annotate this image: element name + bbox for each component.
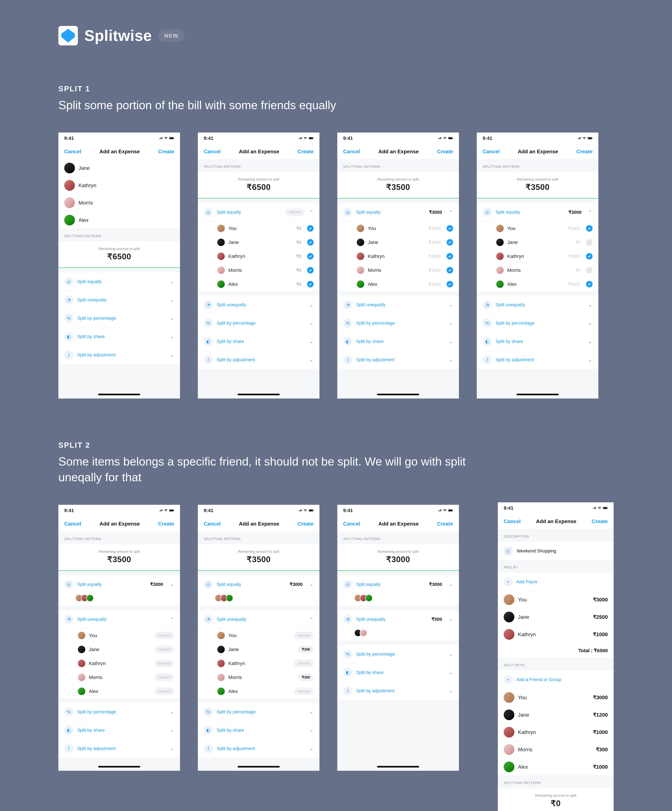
split-share-row[interactable]: ◐Split by share⌄ [198,333,319,351]
cancel-button[interactable]: Cancel [483,149,500,154]
create-button[interactable]: Create [592,518,608,524]
cancel-button[interactable]: Cancel [64,521,81,527]
section1-desc: Split some portion of the bill with some… [58,97,480,113]
cart-icon: 🛒 [504,546,513,555]
amount-input[interactable]: Amount [155,632,174,639]
home-indicator [98,394,140,395]
create-button[interactable]: Create [158,521,174,527]
chevron-down-icon: ⌄ [169,353,174,357]
screen-split1-d: 9:41 CancelAdd an ExpenseCreate SPLITTIN… [477,132,598,399]
splitting-pattern-label: SPLITTING PATTERN [58,229,180,241]
section2-desc: Some items belongs a specific friend, it… [58,454,480,485]
split-unequally-row[interactable]: ◔Split unequally⌄ [58,610,180,629]
unequal-icon: ◔ [64,295,73,304]
contact-row-morris[interactable]: Morris [58,194,180,212]
create-button[interactable]: Create [158,149,174,154]
svg-rect-13 [170,510,173,511]
contact-row-jane[interactable]: Jane [58,159,180,177]
svg-rect-10 [588,137,592,139]
friend-morris[interactable]: Morris₹0 [198,263,319,277]
svg-rect-11 [592,138,592,139]
screen-split2-c: 9:41 CancelAdd an ExpenseCreate SPLITTIN… [337,505,459,771]
contact-row-alex[interactable]: Alex [58,212,180,229]
status-bar: 9:41 [58,132,180,144]
split-equally-row[interactable]: ◎Split equally⌄ [58,273,180,291]
svg-rect-4 [309,137,313,139]
plus-icon: ＋ [504,675,513,684]
svg-rect-2 [174,138,174,139]
description-row[interactable]: 🛒Weekend Shopping [498,542,614,560]
cancel-button[interactable]: Cancel [504,518,521,524]
split-jane[interactable]: Jane₹1200 [498,706,614,724]
chevron-down-icon: ⌄ [169,316,174,321]
check-off-icon[interactable] [586,239,592,246]
new-badge: NEW [158,30,184,42]
svg-rect-31 [603,507,607,509]
svg-rect-5 [313,138,314,139]
morris-amount[interactable]: ₹300 [298,674,314,681]
create-button[interactable]: Create [297,149,314,154]
create-button[interactable]: Create [297,521,314,527]
svg-rect-17 [313,510,314,511]
clock: 9:41 [64,136,74,141]
remaining-amount: ₹6500 [58,252,180,261]
split-unequally-row[interactable]: ◔Split unequally⌄ [198,296,319,314]
nav-title: Add an Expense [99,149,140,154]
screen-summary: 9:41 CancelAdd an ExpenseCreate DESCRIPT… [498,502,614,811]
split-share-row[interactable]: ◐Split by share⌄ [58,327,180,346]
app-logo-icon [58,26,78,46]
friend-alex[interactable]: Alex₹0 [198,277,319,291]
share-icon: ◐ [64,332,73,341]
payer-jane[interactable]: Jane₹2500 [498,608,614,626]
section2-title: SPLIT 2 [58,441,480,450]
split-unequally-row[interactable]: ◔Split unequally⌄ [58,291,180,309]
svg-rect-32 [607,507,608,509]
split-morris[interactable]: Morris₹300 [498,741,614,758]
friend-kathryn[interactable]: Kathryn₹0 [198,249,319,263]
cancel-button[interactable]: Cancel [64,149,81,154]
create-button[interactable]: Create [437,149,453,154]
chevron-down-icon: ⌄ [169,279,174,284]
payer-you[interactable]: You₹3000 [498,591,614,608]
remaining-amount: ₹3500 [337,182,459,192]
split-equally-row[interactable]: ◎Split equallyAmount⌄ [198,203,319,221]
amount-chip[interactable]: Amount [285,209,305,216]
section1-title: SPLIT 1 [58,84,614,93]
friend-jane[interactable]: Jane₹0 [198,235,319,249]
split-percentage-row[interactable]: %Split by percentage⌄ [198,314,319,333]
screen-split1-b: 9:41 CancelAdd an ExpenseCreate SPLITTIN… [198,132,319,399]
create-button[interactable]: Create [576,149,592,154]
jane-amount[interactable]: ₹200 [298,646,314,653]
split-adjustment-row[interactable]: ⁒Split by adjustment⌄ [198,351,319,369]
method-amount: ₹3000 [429,210,442,215]
description-value: Weekend Shopping [517,548,608,553]
cancel-button[interactable]: Cancel [204,149,221,154]
contact-row-kathryn[interactable]: Kathryn [58,177,180,194]
split-equally-row[interactable]: ◎Split equally₹3000⌄ [337,203,459,221]
equal-icon: ◎ [64,277,73,286]
add-friend-button[interactable]: ＋Add a Friend or Group [498,670,614,689]
plus-icon: ＋ [504,577,513,586]
paid-total: Total : ₹6500 [498,643,614,658]
add-payer-button[interactable]: ＋Add Payer [498,573,614,591]
split-adjustment-row[interactable]: ⁒Split by adjustment⌄ [58,346,180,364]
split-kathryn[interactable]: Kathryn₹1000 [498,724,614,741]
split-percentage-row[interactable]: %Split by percentage⌄ [58,309,180,327]
cancel-button[interactable]: Cancel [204,521,221,527]
check-icon[interactable] [307,225,314,232]
payer-kathryn[interactable]: Kathryn₹1000 [498,626,614,643]
create-button[interactable]: Create [437,521,453,527]
screen-split2-b: 9:41 CancelAdd an ExpenseCreate SPLITTIN… [198,505,319,771]
chevron-down-icon: ⌄ [169,297,174,302]
cancel-button[interactable]: Cancel [343,149,360,154]
svg-rect-14 [174,510,174,511]
split-you[interactable]: You₹3000 [498,689,614,706]
cancel-button[interactable]: Cancel [343,521,360,527]
nav-bar: CancelAdd an ExpenseCreate [58,144,180,159]
friend-you[interactable]: You₹0 [198,221,319,235]
svg-rect-1 [170,137,173,139]
svg-rect-19 [448,510,452,511]
avatar-stack [58,594,180,606]
remaining-amount: ₹6500 [198,182,319,192]
split-alex[interactable]: Alex₹1000 [498,758,614,775]
